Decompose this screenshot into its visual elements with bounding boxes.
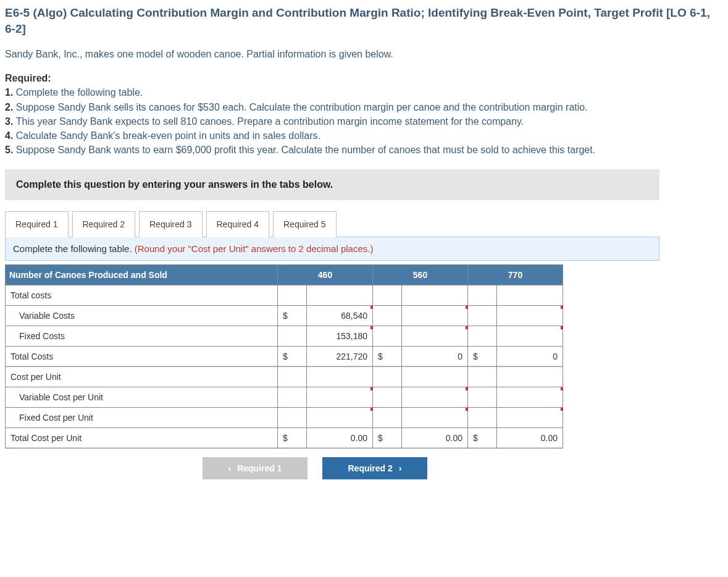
table-row: Total Costs $ 221,720 $ 0 $ 0 [6,347,563,367]
cell-sym: $ [468,347,497,367]
requirement-3: This year Sandy Bank expects to sell 810… [16,116,524,127]
input-fcpu-770[interactable] [497,408,563,428]
tab-required-5[interactable]: Required 5 [273,211,337,237]
prev-button[interactable]: ‹ Required 1 [203,457,308,479]
requirement-1: Complete the following table. [16,87,143,98]
tab-prompt: Complete the following table. (Round you… [5,237,659,261]
input-variable-costs-770[interactable] [497,306,563,326]
input-vcpu-560[interactable] [402,387,468,408]
table-row: Fixed Cost per Unit [6,408,563,428]
tab-required-4[interactable]: Required 4 [206,211,270,237]
cell-sym: $ [468,428,497,449]
input-fixed-costs-460[interactable]: 153,180 [307,326,373,347]
cell-sym: $ [278,347,307,367]
prev-button-label: Required 1 [237,463,282,473]
cell-tcpu-770: 0.00 [497,428,563,449]
cell-sym: $ [278,428,307,449]
table-row: Total Cost per Unit $ 0.00 $ 0.00 $ 0.00 [6,428,563,449]
input-vcpu-770[interactable] [497,387,563,408]
table-header-label: Number of Canoes Produced and Sold [6,265,278,285]
row-total-cost-per-unit: Total Cost per Unit [6,428,278,449]
chevron-right-icon: › [399,463,402,473]
input-fixed-costs-560[interactable] [402,326,468,347]
tab-prompt-hint: (Round your "Cost per Unit" answers to 2… [135,243,374,254]
input-fcpu-460[interactable] [307,408,373,428]
cell-total-costs-770: 0 [497,347,563,367]
table-row: Fixed Costs 153,180 [6,326,563,347]
tab-required-2[interactable]: Required 2 [72,211,136,237]
table-header-col1: 460 [278,265,373,285]
cell-tcpu-560: 0.00 [402,428,468,449]
tab-required-3[interactable]: Required 3 [139,211,203,237]
input-fcpu-560[interactable] [402,408,468,428]
cell-sym: $ [278,306,307,326]
problem-title: E6-5 (Algo) Calculating Contribution Mar… [5,5,723,36]
row-variable-cost-per-unit: Variable Cost per Unit [6,387,278,408]
input-vcpu-460[interactable] [307,387,373,408]
cell-total-costs-560: 0 [402,347,468,367]
input-variable-costs-460[interactable]: 68,540 [307,306,373,326]
table-row: Cost per Unit [6,367,563,387]
row-variable-costs: Variable Costs [6,306,278,326]
instruction-bar: Complete this question by entering your … [5,169,659,200]
tab-prompt-text: Complete the following table. [13,243,135,254]
row-fixed-costs: Fixed Costs [6,326,278,347]
cell-tcpu-460: 0.00 [307,428,373,449]
input-fixed-costs-770[interactable] [497,326,563,347]
row-fixed-cost-per-unit: Fixed Cost per Unit [6,408,278,428]
row-total-costs-sum: Total Costs [6,347,278,367]
next-button[interactable]: Required 2 › [322,457,427,479]
table-row: Variable Cost per Unit [6,387,563,408]
required-header: Required: [5,73,51,83]
table-row: Variable Costs $ 68,540 [6,306,563,326]
requirement-2: Suppose Sandy Bank sells its canoes for … [16,102,588,112]
tab-strip: Required 1 Required 2 Required 3 Require… [5,211,723,237]
cell-total-costs-460: 221,720 [307,347,373,367]
requirement-5: Suppose Sandy Bank wants to earn $69,000… [16,145,595,155]
table-header-col3: 770 [468,265,563,285]
requirement-4: Calculate Sandy Bank's break-even point … [16,130,320,141]
table-header-col2: 560 [373,265,468,285]
next-button-label: Required 2 [348,463,392,473]
row-cost-per-unit: Cost per Unit [6,367,278,387]
requirement-list: Required: 1. Complete the following tabl… [5,71,723,157]
input-variable-costs-560[interactable] [402,306,468,326]
chevron-left-icon: ‹ [228,463,231,473]
tab-required-1[interactable]: Required 1 [5,211,69,237]
cell-sym: $ [373,347,402,367]
cell-sym: $ [373,428,402,449]
table-row: Total costs [6,285,563,306]
row-total-costs: Total costs [6,285,278,306]
cost-table: Number of Canoes Produced and Sold 460 5… [5,264,563,449]
problem-intro: Sandy Bank, Inc., makes one model of woo… [5,49,723,60]
